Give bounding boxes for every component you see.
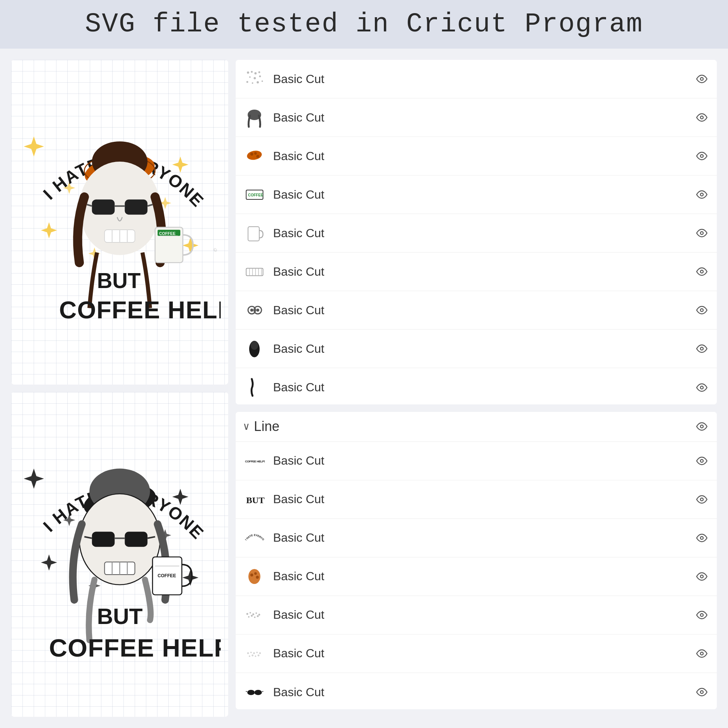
svg-point-122 (247, 652, 249, 654)
layer-label-3: Basic Cut (273, 149, 694, 163)
layer-thumbnail-5 (243, 222, 266, 244)
eye-icon-4[interactable] (694, 189, 709, 200)
svg-point-104 (700, 498, 703, 501)
svg-rect-83 (246, 268, 263, 276)
eye-icon-b2[interactable] (694, 494, 709, 505)
layer-thumbnail-b6 (243, 642, 266, 665)
eye-icon-6[interactable] (694, 266, 709, 277)
svg-point-64 (254, 77, 256, 79)
svg-point-94 (256, 309, 259, 312)
layer-thumbnail-b3: I HATE EVERYONE (243, 527, 266, 549)
layer-label-b5: Basic Cut (273, 608, 694, 622)
eye-icon-1[interactable] (694, 73, 709, 84)
svg-rect-81 (248, 227, 259, 241)
svg-point-111 (700, 575, 703, 578)
layer-thumbnail-2 (243, 106, 266, 129)
eye-icon-5[interactable] (694, 228, 709, 239)
eye-icon-b5[interactable] (694, 609, 709, 621)
design-card-bw: I HATE EVERYONE (11, 392, 228, 717)
eye-icon-section[interactable] (694, 421, 709, 432)
svg-point-74 (250, 153, 253, 156)
main-content: I HATE EVERYONE (0, 49, 728, 728)
layer-thumbnail-6 (243, 260, 266, 283)
eye-icon-b7[interactable] (694, 687, 709, 698)
design-content-top: I HATE EVERYONE (19, 67, 221, 377)
layer-label-b7: Basic Cut (273, 685, 694, 699)
layer-thumbnail-1 (243, 68, 266, 90)
collapse-icon[interactable]: ∨ (243, 420, 249, 433)
eye-icon-3[interactable] (694, 150, 709, 162)
svg-point-127 (249, 656, 250, 657)
svg-text:COFFEE: COFFEE (158, 573, 176, 578)
eye-icon-b4[interactable] (694, 571, 709, 582)
svg-point-117 (248, 616, 249, 618)
svg-marker-33 (41, 554, 57, 570)
bottom-layers-section: ∨ Line COFFEE HELPS Basic Cut (236, 412, 717, 709)
svg-point-129 (255, 656, 256, 657)
layer-thumbnail-b2: BUT (243, 488, 266, 511)
eye-icon-7[interactable] (694, 304, 709, 316)
svg-text:BUT: BUT (246, 495, 265, 505)
layer-label-6: Basic Cut (273, 265, 694, 279)
eye-icon-2[interactable] (694, 112, 709, 123)
svg-text:BUT: BUT (97, 604, 142, 629)
svg-point-120 (257, 615, 258, 617)
layer-thumbnail-7 (243, 299, 266, 321)
svg-marker-32 (172, 489, 188, 505)
layer-row: Basic Cut (236, 330, 717, 368)
svg-point-115 (255, 612, 257, 614)
layer-row: Basic Cut (236, 137, 717, 176)
svg-point-128 (252, 655, 253, 656)
svg-point-137 (700, 691, 703, 694)
layer-row: Basic Cut (236, 214, 717, 252)
svg-text:BUT: BUT (97, 269, 141, 292)
svg-point-124 (253, 652, 255, 654)
svg-point-89 (700, 270, 703, 273)
eye-icon-b6[interactable] (694, 648, 709, 659)
svg-text:COFFEE HELPS: COFFEE HELPS (49, 634, 221, 662)
layer-row: COFFEE Basic Cut (236, 176, 717, 214)
svg-point-119 (254, 616, 255, 618)
svg-point-70 (700, 78, 703, 80)
layer-label-2: Basic Cut (273, 111, 694, 125)
layer-label-9: Basic Cut (273, 381, 694, 394)
svg-point-102 (700, 459, 703, 462)
eye-icon-9[interactable] (694, 382, 709, 393)
layer-label-5: Basic Cut (273, 226, 694, 240)
layer-row: Basic Cut (236, 673, 717, 709)
svg-point-109 (254, 572, 257, 575)
layer-thumbnail-b4 (243, 565, 266, 588)
layer-row: Basic Cut (236, 98, 717, 137)
top-layers-section: Basic Cut Basic Cut (236, 60, 717, 404)
svg-point-72 (700, 116, 703, 119)
layer-thumbnail-8 (243, 338, 266, 360)
eye-icon-8[interactable] (694, 343, 709, 354)
layer-thumbnail-b5 (243, 604, 266, 626)
layer-row: I HATE EVERYONE Basic Cut (236, 519, 717, 557)
svg-point-68 (257, 81, 259, 83)
svg-text:COFFEE: COFFEE (159, 231, 176, 236)
svg-rect-17 (92, 199, 115, 215)
svg-point-63 (249, 76, 251, 78)
svg-rect-46 (92, 532, 115, 547)
svg-point-100 (700, 425, 703, 428)
layer-row: Basic Cut (236, 252, 717, 291)
right-panel: Basic Cut Basic Cut (236, 60, 717, 717)
svg-point-95 (700, 309, 703, 312)
layer-row: Basic Cut (236, 368, 717, 404)
design-card-color: I HATE EVERYONE (11, 60, 228, 385)
svg-point-126 (259, 652, 261, 654)
svg-marker-1 (172, 157, 188, 173)
svg-point-65 (259, 75, 261, 77)
svg-line-135 (246, 691, 247, 692)
eye-icon-b3[interactable] (694, 532, 709, 544)
svg-point-121 (700, 613, 703, 616)
svg-text:COFFEE: COFFEE (248, 193, 263, 197)
section-header: ∨ Line (236, 412, 717, 442)
svg-point-76 (256, 155, 259, 158)
svg-point-69 (262, 80, 263, 82)
eye-icon-b1[interactable] (694, 455, 709, 466)
svg-marker-31 (24, 469, 44, 489)
svg-point-66 (246, 81, 248, 83)
svg-marker-0 (24, 136, 44, 157)
